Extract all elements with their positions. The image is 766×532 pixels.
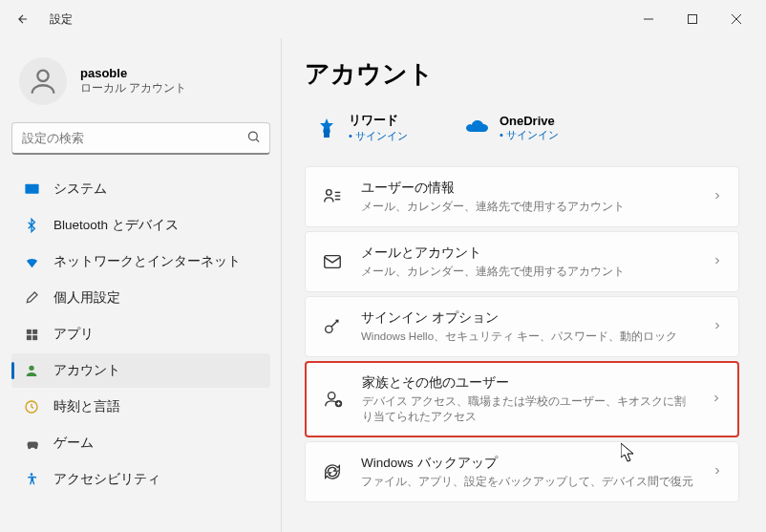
rewards-icon [314, 116, 339, 140]
quick-cards: リワード サインイン OneDrive サインイン [305, 112, 739, 143]
setting-family-other-users[interactable]: 家族とその他のユーザー デバイス アクセス、職場または学校のユーザー、キオスクに… [305, 361, 739, 437]
sidebar-item-system[interactable]: システム [11, 172, 270, 206]
gamepad-icon [23, 435, 40, 452]
setting-title: ユーザーの情報 [361, 180, 694, 197]
close-button[interactable] [714, 4, 758, 34]
settings-list: ユーザーの情報 メール、カレンダー、連絡先で使用するアカウント メールとアカウン… [305, 166, 739, 502]
setting-title: メールとアカウント [361, 245, 694, 262]
search-icon [246, 130, 261, 148]
svg-point-4 [37, 71, 48, 81]
svg-rect-10 [26, 335, 31, 340]
chevron-right-icon [711, 391, 722, 408]
nav-list: システム Bluetooth とデバイス ネットワークとインターネット 個人用設… [11, 172, 270, 497]
clock-icon [23, 398, 40, 415]
sidebar-item-label: アプリ [53, 326, 94, 343]
svg-point-22 [329, 393, 335, 399]
quick-card-rewards[interactable]: リワード サインイン [314, 112, 408, 143]
wifi-icon [23, 253, 40, 270]
content-area: アカウント リワード サインイン OneDrive サインイン [281, 38, 766, 532]
sidebar-item-apps[interactable]: アプリ [11, 317, 270, 351]
setting-signin-options[interactable]: サインイン オプション Windows Hello、セキュリティ キー、パスワー… [305, 296, 739, 357]
user-info-icon [321, 185, 344, 208]
setting-title: 家族とその他のユーザー [362, 374, 693, 392]
sidebar-item-label: 個人用設定 [53, 289, 120, 307]
onedrive-icon [465, 116, 490, 140]
chevron-right-icon [712, 318, 723, 335]
brush-icon [23, 289, 40, 307]
sidebar: pasoble ローカル アカウント システム Bluetooth とデバイス [0, 38, 282, 532]
setting-sub: デバイス アクセス、職場または学校のユーザー、キオスクに割り当てられたアクセス [362, 394, 693, 424]
setting-sub: メール、カレンダー、連絡先で使用するアカウント [361, 264, 694, 279]
sidebar-item-label: アカウント [53, 362, 120, 379]
person-icon [23, 362, 40, 379]
svg-rect-11 [32, 335, 37, 340]
sidebar-item-label: 時刻と言語 [53, 398, 120, 415]
minimize-button[interactable] [627, 4, 670, 34]
sidebar-item-network[interactable]: ネットワークとインターネット [11, 245, 270, 279]
sidebar-item-personalization[interactable]: 個人用設定 [11, 281, 270, 315]
people-add-icon [322, 388, 345, 411]
quick-card-title: リワード [349, 112, 408, 129]
svg-point-14 [31, 473, 33, 476]
setting-user-info[interactable]: ユーザーの情報 メール、カレンダー、連絡先で使用するアカウント [305, 166, 739, 227]
svg-point-5 [249, 132, 258, 140]
profile-subtitle: ローカル アカウント [80, 80, 186, 96]
setting-windows-backup[interactable]: Windows バックアップ ファイル、アプリ、設定をバックアップして、デバイス… [305, 441, 739, 502]
system-icon [23, 181, 40, 198]
sidebar-item-time-language[interactable]: 時刻と言語 [11, 390, 270, 424]
setting-email-accounts[interactable]: メールとアカウント メール、カレンダー、連絡先で使用するアカウント [305, 231, 739, 292]
maximize-button[interactable] [670, 4, 714, 34]
sidebar-item-bluetooth[interactable]: Bluetooth とデバイス [11, 208, 270, 243]
chevron-right-icon [712, 188, 723, 205]
avatar [19, 57, 67, 105]
svg-point-16 [327, 190, 332, 196]
sidebar-item-gaming[interactable]: ゲーム [11, 426, 270, 460]
sidebar-item-accessibility[interactable]: アクセシビリティ [11, 462, 270, 497]
accessibility-icon [23, 471, 40, 488]
quick-card-onedrive[interactable]: OneDrive サインイン [465, 112, 559, 143]
profile-card[interactable]: pasoble ローカル アカウント [11, 50, 270, 122]
mail-icon [321, 250, 344, 273]
sidebar-item-label: ネットワークとインターネット [53, 253, 241, 270]
chevron-right-icon [712, 253, 723, 270]
sidebar-item-label: ゲーム [53, 435, 94, 452]
svg-point-21 [326, 326, 332, 332]
setting-sub: Windows Hello、セキュリティ キー、パスワード、動的ロック [361, 329, 694, 344]
setting-sub: メール、カレンダー、連絡先で使用するアカウント [361, 199, 694, 214]
setting-title: サインイン オプション [361, 309, 694, 327]
svg-point-12 [29, 366, 33, 371]
sidebar-item-label: Bluetooth とデバイス [53, 217, 179, 234]
titlebar: 設定 [0, 0, 766, 38]
window-title: 設定 [50, 11, 73, 28]
quick-card-sub: サインイン [349, 129, 408, 143]
quick-card-title: OneDrive [500, 114, 559, 128]
bluetooth-icon [23, 217, 40, 234]
apps-icon [23, 326, 40, 343]
search-input[interactable] [11, 122, 270, 155]
back-button[interactable] [8, 4, 38, 34]
sidebar-item-label: システム [53, 181, 107, 198]
page-title: アカウント [305, 57, 739, 91]
setting-sub: ファイル、アプリ、設定をバックアップして、デバイス間で復元 [361, 474, 694, 489]
svg-rect-20 [325, 256, 341, 268]
search-container [11, 122, 270, 155]
svg-rect-15 [324, 129, 330, 138]
svg-line-6 [256, 139, 259, 142]
key-icon [321, 315, 344, 338]
quick-card-sub: サインイン [500, 128, 559, 142]
sidebar-item-label: アクセシビリティ [53, 471, 160, 488]
setting-title: Windows バックアップ [361, 455, 694, 472]
backup-icon [321, 460, 344, 483]
profile-name: pasoble [80, 66, 186, 80]
svg-rect-8 [26, 329, 31, 333]
svg-rect-9 [32, 329, 37, 333]
svg-rect-7 [25, 183, 38, 193]
sidebar-item-accounts[interactable]: アカウント [11, 353, 270, 388]
svg-rect-1 [689, 15, 697, 24]
chevron-right-icon [712, 463, 723, 480]
